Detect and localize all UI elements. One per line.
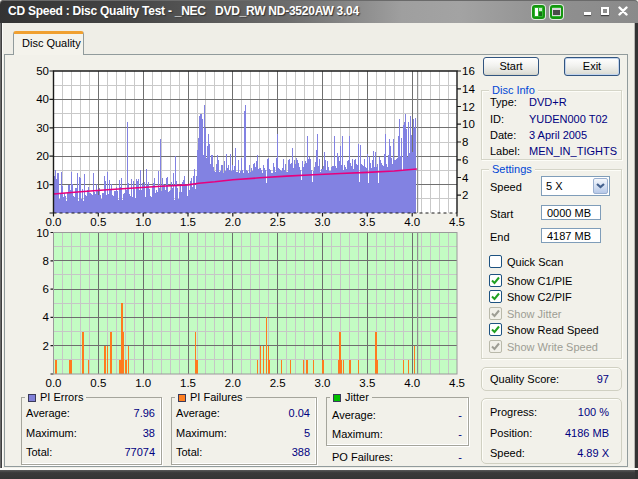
svg-text:8: 8	[43, 255, 49, 267]
svg-text:14: 14	[462, 83, 475, 95]
svg-text:0.0: 0.0	[46, 377, 62, 389]
svg-text:4.5: 4.5	[449, 216, 465, 228]
svg-text:2: 2	[43, 340, 49, 352]
svg-text:16: 16	[462, 65, 475, 77]
svg-text:4: 4	[43, 311, 50, 323]
svg-text:1.5: 1.5	[180, 377, 196, 389]
svg-text:4: 4	[462, 172, 469, 184]
svg-text:2.5: 2.5	[270, 216, 286, 228]
svg-text:12: 12	[462, 101, 475, 113]
svg-text:3.5: 3.5	[359, 377, 375, 389]
svg-text:40: 40	[36, 93, 49, 105]
svg-text:8: 8	[462, 136, 468, 148]
svg-text:4.0: 4.0	[404, 377, 420, 389]
svg-text:2.0: 2.0	[225, 377, 241, 389]
svg-text:2.0: 2.0	[225, 216, 241, 228]
svg-text:0.5: 0.5	[90, 377, 106, 389]
svg-text:2.5: 2.5	[270, 377, 286, 389]
svg-text:1.5: 1.5	[180, 216, 196, 228]
svg-text:3.5: 3.5	[359, 216, 375, 228]
svg-text:20: 20	[36, 150, 49, 162]
svg-text:10: 10	[36, 227, 49, 239]
svg-text:3.0: 3.0	[315, 216, 331, 228]
svg-text:0.5: 0.5	[90, 216, 106, 228]
svg-text:1.0: 1.0	[135, 216, 151, 228]
svg-text:3.0: 3.0	[315, 377, 331, 389]
svg-text:6: 6	[462, 154, 468, 166]
svg-text:1.0: 1.0	[135, 377, 151, 389]
svg-text:4.0: 4.0	[404, 216, 420, 228]
svg-text:10: 10	[36, 179, 49, 191]
svg-text:4.5: 4.5	[449, 377, 465, 389]
svg-text:50: 50	[36, 65, 49, 77]
svg-text:10: 10	[462, 118, 475, 130]
svg-text:2: 2	[462, 189, 468, 201]
svg-text:30: 30	[36, 122, 49, 134]
svg-text:6: 6	[43, 283, 49, 295]
